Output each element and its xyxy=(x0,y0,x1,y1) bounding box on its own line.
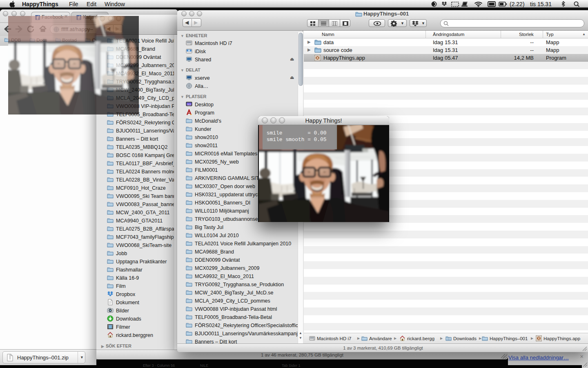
svg-text:smile smooth = 0.05: smile smooth = 0.05 xyxy=(267,137,327,143)
svg-text:smile = 0.00: smile = 0.00 xyxy=(267,130,327,136)
